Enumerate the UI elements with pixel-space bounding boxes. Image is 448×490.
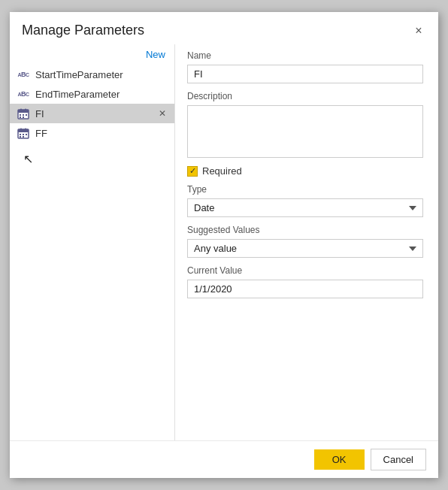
svg-rect-4	[20, 114, 21, 116]
name-field-group: Name	[187, 50, 423, 83]
required-label: Required	[202, 165, 242, 177]
manage-parameters-dialog: Manage Parameters × New ABC StartTimePar…	[10, 12, 438, 478]
description-label: Description	[187, 91, 423, 101]
required-checkbox[interactable]: ✓	[187, 166, 198, 177]
svg-rect-11	[20, 128, 22, 131]
svg-rect-6	[26, 114, 27, 116]
list-item[interactable]: ABC EndTimeParameter ✕	[10, 84, 174, 104]
svg-rect-14	[23, 134, 24, 135]
type-field-group: Type Date DateTime Text Number Boolean	[187, 184, 423, 217]
param-label: FI	[35, 108, 156, 119]
svg-rect-12	[25, 128, 26, 131]
svg-rect-1	[18, 110, 29, 113]
right-panel: Name Description ✓ Required Type Date Da…	[175, 44, 438, 440]
dialog-title-bar: Manage Parameters ×	[10, 12, 438, 44]
svg-rect-3	[25, 108, 26, 111]
new-button[interactable]: New	[143, 47, 168, 62]
svg-rect-7	[20, 116, 21, 118]
param-label: StartTimeParameter	[35, 69, 156, 80]
list-item[interactable]: FI ✕	[10, 104, 174, 123]
param-label: EndTimeParameter	[35, 89, 156, 100]
type-select[interactable]: Date DateTime Text Number Boolean	[187, 198, 423, 217]
svg-rect-5	[23, 114, 24, 116]
suggested-values-select[interactable]: Any value List of values	[187, 239, 423, 258]
dialog-title: Manage Parameters	[22, 23, 144, 38]
name-input[interactable]	[187, 65, 423, 83]
name-label: Name	[187, 50, 423, 61]
current-value-input[interactable]	[187, 280, 423, 298]
param-label: FF	[35, 128, 156, 139]
date-icon	[16, 107, 31, 119]
type-label: Type	[187, 184, 423, 195]
svg-rect-8	[23, 116, 24, 118]
close-button[interactable]: ×	[411, 23, 426, 38]
suggested-values-field-group: Suggested Values Any value List of value…	[187, 225, 423, 258]
svg-rect-13	[20, 134, 21, 135]
suggested-values-label: Suggested Values	[187, 225, 423, 235]
cancel-button[interactable]: Cancel	[371, 449, 426, 470]
list-item[interactable]: FF ✕	[10, 123, 174, 143]
list-item[interactable]: ABC StartTimeParameter ✕	[10, 65, 174, 84]
current-value-label: Current Value	[187, 265, 423, 276]
param-delete-button[interactable]: ✕	[156, 107, 168, 119]
svg-rect-17	[23, 136, 24, 138]
svg-rect-2	[20, 108, 22, 111]
description-field-group: Description	[187, 91, 423, 158]
description-textarea[interactable]	[187, 105, 423, 158]
dialog-body: New ABC StartTimeParameter ✕ ABC EndTime…	[10, 44, 438, 440]
date-icon	[16, 127, 31, 139]
ok-button[interactable]: OK	[314, 449, 365, 470]
svg-rect-15	[26, 134, 27, 135]
svg-rect-16	[20, 136, 21, 138]
dialog-footer: OK Cancel	[10, 440, 438, 478]
param-list: ABC StartTimeParameter ✕ ABC EndTimePara…	[10, 65, 174, 440]
current-value-field-group: Current Value	[187, 265, 423, 298]
required-row: ✓ Required	[187, 165, 423, 177]
abc-icon: ABC	[16, 88, 31, 100]
left-panel: New ABC StartTimeParameter ✕ ABC EndTime…	[10, 44, 175, 440]
abc-icon: ABC	[16, 68, 31, 80]
svg-rect-10	[18, 129, 29, 132]
checkmark-icon: ✓	[189, 167, 196, 175]
